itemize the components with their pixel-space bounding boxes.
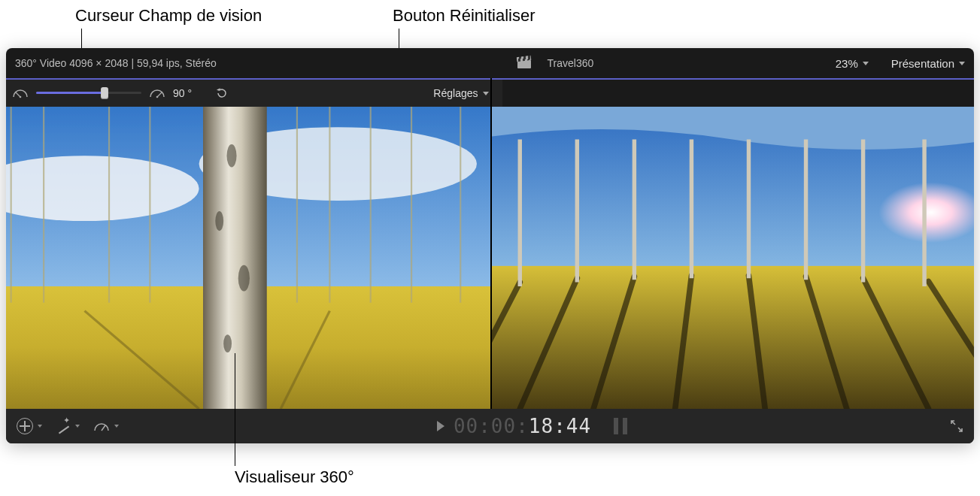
callout-fov: Curseur Champ de vision — [75, 6, 262, 26]
speedometer-icon — [93, 419, 110, 433]
callout-reset: Bouton Réinitialiser — [393, 6, 536, 26]
fov-slider[interactable] — [36, 87, 141, 99]
viewer-equirect[interactable] — [490, 107, 975, 409]
header-bar: 360° Video 4096 × 2048 | 59,94 ips, Stér… — [6, 48, 974, 78]
audio-meter-icon — [614, 418, 632, 434]
viewer-window: 360° Video 4096 × 2048 | 59,94 ips, Stér… — [6, 48, 974, 443]
timecode-display[interactable]: 00:00:18:44 — [454, 415, 591, 437]
fov-gauge-wide-icon — [149, 88, 165, 98]
svg-point-21 — [238, 265, 250, 292]
presentation-menu[interactable]: Présentation — [891, 57, 965, 70]
callout-viewer-leader — [235, 353, 235, 466]
fov-value: 90 ° — [173, 87, 208, 99]
retime-menu[interactable] — [56, 419, 80, 434]
svg-point-19 — [227, 144, 237, 167]
transport-bar: 00:00:18:44 — [6, 409, 974, 443]
header-right: Travel360 23% Présentation — [508, 48, 975, 78]
enhance-icon — [17, 418, 33, 434]
chevron-down-icon — [483, 92, 489, 95]
callout-viewer360: Visualiseur 360° — [235, 467, 354, 487]
chevron-down-icon — [959, 62, 965, 65]
viewer-divider — [490, 78, 492, 409]
project-name: Travel360 — [548, 57, 594, 69]
settings-menu[interactable]: Réglages — [426, 87, 496, 99]
fov-slider-fill — [36, 92, 105, 94]
magic-wand-icon — [56, 419, 71, 434]
fov-slider-thumb[interactable] — [101, 87, 108, 99]
settings-label: Réglages — [433, 87, 478, 99]
fov-gauge-icon — [12, 88, 29, 98]
zoom-menu[interactable]: 23% — [836, 57, 869, 70]
reset-button[interactable] — [215, 86, 229, 100]
viewer360-toolbar: 90 ° Réglages — [6, 80, 502, 107]
play-button[interactable] — [437, 421, 444, 431]
clapperboard-icon — [517, 58, 531, 68]
zoom-value: 23% — [836, 57, 858, 70]
timecode-prefix: 00:00: — [454, 415, 529, 437]
chevron-down-icon — [75, 425, 80, 428]
header-left: 360° Video 4096 × 2048 | 59,94 ips, Stér… — [6, 48, 508, 78]
chevron-down-icon — [38, 425, 42, 428]
speed-menu[interactable] — [93, 419, 119, 433]
svg-line-3 — [157, 92, 162, 97]
svg-point-22 — [223, 334, 232, 352]
fullscreen-button[interactable] — [950, 419, 963, 433]
svg-rect-27 — [490, 266, 975, 409]
enhancements-menu[interactable] — [17, 418, 42, 434]
presentation-label: Présentation — [891, 57, 954, 70]
svg-point-20 — [215, 211, 223, 231]
viewer-360[interactable] — [6, 107, 490, 409]
clip-format-info: 360° Video 4096 × 2048 | 59,94 ips, Stér… — [15, 57, 217, 69]
svg-line-1 — [16, 92, 20, 97]
timecode-value: 18:44 — [529, 415, 591, 437]
chevron-down-icon — [863, 62, 869, 65]
chevron-down-icon — [114, 425, 119, 428]
svg-line-44 — [102, 425, 105, 431]
